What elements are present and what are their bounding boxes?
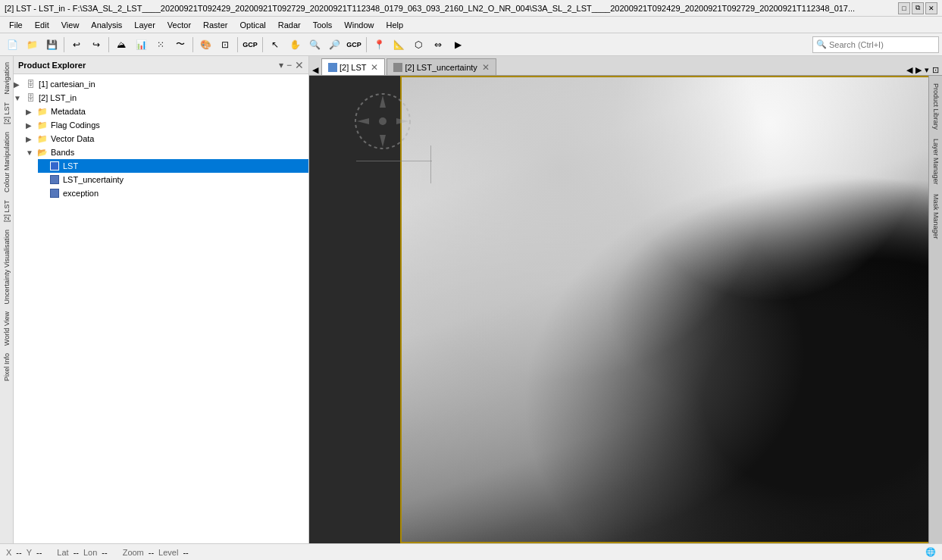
menu-vector[interactable]: Vector <box>161 19 197 31</box>
menu-edit[interactable]: Edit <box>29 19 55 31</box>
gcp-tool2[interactable]: GCP <box>345 36 363 54</box>
menu-analysis[interactable]: Analysis <box>85 19 128 31</box>
menu-help[interactable]: Help <box>380 19 409 31</box>
tree-item-exception[interactable]: exception <box>38 186 308 200</box>
toolbar-sep-6 <box>366 37 367 52</box>
svg-marker-4 <box>396 118 408 124</box>
left-tab-lst[interactable]: [2] LST <box>2 99 12 127</box>
open-button[interactable]: 📁 <box>23 36 41 54</box>
viewer-satellite-image[interactable] <box>400 76 928 543</box>
product-explorer-header: Product Explorer ▾ − ✕ <box>14 56 308 74</box>
scatter-button[interactable]: ⁙ <box>152 36 170 54</box>
range-tool[interactable]: ⇔ <box>429 36 447 54</box>
maximize-button[interactable]: ⧉ <box>912 2 924 14</box>
x-value: -- <box>16 548 21 557</box>
left-tab-pixelinfo[interactable]: Pixel Info <box>2 350 12 384</box>
pin-tool[interactable]: 📍 <box>370 36 388 54</box>
viewer-area: ◀ [2] LST ✕ [2] LST_uncertainty ✕ ◀ ▶ ▾ … <box>309 56 942 543</box>
menu-raster[interactable]: Raster <box>197 19 233 31</box>
right-side-tabs: Product Library Layer Manager Mask Manag… <box>928 76 942 543</box>
left-tab-navigation[interactable]: Navigation <box>2 59 12 98</box>
more-tools[interactable]: ▶ <box>449 36 467 54</box>
tree-item-bands[interactable]: ▼ 📂 Bands <box>26 145 308 159</box>
tab-maximize[interactable]: ⊡ <box>932 65 939 75</box>
tree-item-cartesian[interactable]: ▶ 🗄 [1] cartesian_in <box>14 77 308 91</box>
right-tab-product-library[interactable]: Product Library <box>931 79 941 134</box>
menu-view[interactable]: View <box>55 19 86 31</box>
close-button[interactable]: ✕ <box>925 2 937 14</box>
geometry-tool[interactable]: ⬡ <box>409 36 427 54</box>
menu-layer[interactable]: Layer <box>128 19 161 31</box>
tab-icon-lst <box>328 63 337 72</box>
tree-item-lstuncertainty[interactable]: LST_uncertainty <box>38 173 308 186</box>
left-tab-uncertainty[interactable]: Uncertainty Visualisation <box>2 227 12 307</box>
menu-file[interactable]: File <box>3 19 29 31</box>
tab-close-lst[interactable]: ✕ <box>371 62 378 73</box>
band-icon <box>49 174 61 186</box>
nav-tool[interactable]: ↖ <box>266 36 284 54</box>
search-icon: 🔍 <box>816 39 827 49</box>
left-tab-colour[interactable]: Colour Manipulation <box>2 129 12 196</box>
menu-optical[interactable]: Optical <box>233 19 271 31</box>
lon-value: -- <box>102 548 107 557</box>
zoom-label: Zoom <box>123 548 144 557</box>
tab-scroll-right[interactable]: ▶ <box>915 65 922 75</box>
right-tab-layer-manager[interactable]: Layer Manager <box>931 134 941 189</box>
tab-scroll-left[interactable]: ◀ <box>906 65 912 75</box>
main-layout: Navigation [2] LST Colour Manipulation [… <box>0 56 942 543</box>
search-input[interactable] <box>829 40 935 49</box>
expand-icon: ▼ <box>26 149 36 157</box>
left-tab-lst2[interactable]: [2] LST <box>2 197 12 225</box>
tree-item-flagcodings[interactable]: ▶ 📁 Flag Codings <box>26 118 308 132</box>
zoom-in-tool[interactable]: 🔍 <box>305 36 324 54</box>
profile-button[interactable]: ⛰ <box>112 36 130 54</box>
minimize-button[interactable]: □ <box>898 2 910 14</box>
menu-window[interactable]: Window <box>338 19 380 31</box>
tab-lst[interactable]: [2] LST ✕ <box>321 58 385 75</box>
color-manip-button[interactable]: 🎨 <box>196 36 214 54</box>
menu-tools[interactable]: Tools <box>307 19 339 31</box>
menu-bar: File Edit View Analysis Layer Vector Ras… <box>0 17 942 33</box>
pan-tool[interactable]: ✋ <box>286 36 304 54</box>
tree-item-lst[interactable]: LST <box>38 159 308 173</box>
right-tab-mask-manager[interactable]: Mask Manager <box>931 189 941 244</box>
tree-label-lstuncertainty: LST_uncertainty <box>63 175 124 184</box>
tree-item-vectordata[interactable]: ▶ 📁 Vector Data <box>26 132 308 145</box>
product-explorer-title: Product Explorer <box>18 61 86 70</box>
tree-label-metadata: Metadata <box>51 107 86 116</box>
tab-dropdown[interactable]: ▾ <box>925 65 929 75</box>
pe-min-button[interactable]: − <box>286 60 292 70</box>
product-icon: 🗄 <box>24 92 36 104</box>
tree-item-metadata[interactable]: ▶ 📁 Metadata <box>26 105 308 118</box>
histogram-button[interactable]: 📊 <box>132 36 150 54</box>
y-value: -- <box>36 548 42 557</box>
compass-svg <box>352 91 413 152</box>
tab-close-lstunc[interactable]: ✕ <box>482 62 490 73</box>
measure-tool[interactable]: 📐 <box>390 36 408 54</box>
save-button[interactable]: 💾 <box>42 36 61 54</box>
redo-button[interactable]: ↪ <box>87 36 105 54</box>
mask-button[interactable]: ⊡ <box>216 36 234 54</box>
viewer-tabs: ◀ [2] LST ✕ [2] LST_uncertainty ✕ ◀ ▶ ▾ … <box>309 56 942 76</box>
tab-lst-unc[interactable]: [2] LST_uncertainty ✕ <box>387 58 496 75</box>
spectrum-button[interactable]: 〜 <box>171 36 189 54</box>
window-controls: □ ⧉ ✕ <box>898 2 937 14</box>
tab-nav-left[interactable]: ◀ <box>312 65 318 75</box>
folder-icon: 📁 <box>36 105 49 117</box>
window-title: [2] LST - LST_in - F:\S3A_SL_2_LST____20… <box>5 4 898 13</box>
gcp-button[interactable]: GCP <box>241 36 259 54</box>
svg-point-5 <box>379 117 387 125</box>
undo-button[interactable]: ↩ <box>67 36 86 54</box>
y-label: Y <box>27 548 32 557</box>
pe-menu-button[interactable]: ▾ <box>279 60 283 70</box>
viewer-image[interactable] <box>309 76 928 543</box>
left-tab-worldview[interactable]: World View <box>2 308 12 349</box>
menu-radar[interactable]: Radar <box>272 19 307 31</box>
pe-close-button[interactable]: ✕ <box>295 59 304 71</box>
viewer-split <box>309 76 928 543</box>
tree-item-lstin[interactable]: ▼ 🗄 [2] LST_in <box>14 91 308 105</box>
zoom-out-tool[interactable]: 🔎 <box>325 36 343 54</box>
tree-label-vectordata: Vector Data <box>51 134 94 143</box>
new-button[interactable]: 📄 <box>3 36 21 54</box>
navigation-compass[interactable] <box>352 91 413 152</box>
